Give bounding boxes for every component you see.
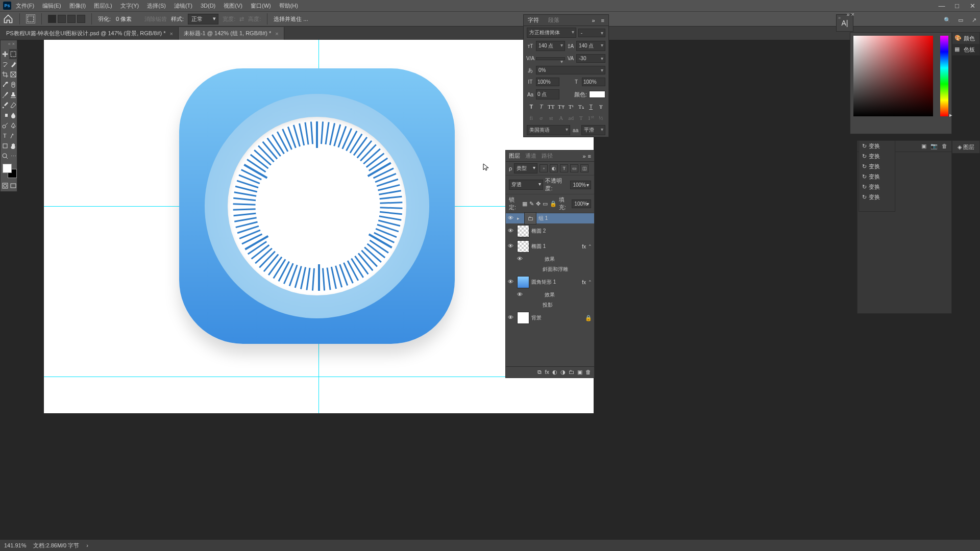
sel-new[interactable] [48, 15, 56, 23]
layer-effect[interactable]: 👁效果 [506, 254, 594, 264]
chevron-right-icon[interactable]: › [86, 542, 88, 548]
trash-icon[interactable]: 🗑 [585, 369, 591, 375]
layer-effect-bevel[interactable]: 斜面和浮雕 [506, 264, 594, 274]
subscript-button[interactable]: T₁ [577, 103, 586, 111]
marquee-tool-icon[interactable] [26, 14, 35, 23]
filter-type[interactable]: T [560, 164, 568, 172]
foreground-color[interactable] [3, 164, 12, 173]
leading[interactable]: 140 点 [576, 41, 605, 51]
search-icon[interactable]: ρ [509, 165, 512, 171]
dodge-tool[interactable] [1, 120, 9, 131]
visibility-icon[interactable]: 👁 [508, 215, 515, 222]
opentype-frac[interactable]: ½ [597, 114, 606, 122]
kerning[interactable] [536, 57, 565, 60]
doc-size[interactable]: 文档:2.86M/0 字节 [33, 542, 79, 549]
menu-filter[interactable]: 滤镜(T) [170, 1, 196, 11]
screenmode-tool[interactable] [9, 181, 17, 191]
layer-background[interactable]: 👁 背景 🔒 [506, 310, 594, 325]
window-close[interactable]: ✕ [965, 0, 980, 11]
layer-effect[interactable]: 👁效果 [506, 290, 594, 300]
opentype-1st[interactable]: 1ˢᵗ [586, 114, 596, 122]
style-select[interactable]: 正常 [188, 14, 218, 24]
collapse-icon[interactable]: » [582, 153, 585, 159]
group-icon[interactable]: 🗀 [569, 369, 574, 375]
select-and-mask[interactable]: 选择并遮住 ... [274, 15, 308, 23]
menu-edit[interactable]: 编辑(E) [39, 1, 65, 11]
stamp-tool[interactable] [9, 90, 17, 100]
menu-layer[interactable]: 图层(L) [90, 1, 115, 11]
menu-select[interactable]: 选择(S) [143, 1, 169, 11]
visibility-icon[interactable]: 👁 [517, 256, 524, 263]
filter-adj[interactable]: ◐ [550, 164, 558, 172]
scale[interactable]: 0% [536, 66, 605, 74]
menu-type[interactable]: 文字(Y) [117, 1, 143, 11]
visibility-icon[interactable]: 👁 [517, 291, 524, 298]
window-minimize[interactable]: — [934, 0, 949, 11]
color-swatches[interactable] [1, 162, 17, 180]
tab-layers[interactable]: 图层 [509, 152, 520, 160]
filter-smart[interactable]: ◫ [580, 164, 589, 172]
pen-tool[interactable] [9, 120, 17, 131]
adjust-icon[interactable]: ◑ [560, 369, 566, 375]
tracking[interactable]: -30 [576, 54, 605, 63]
fx-badge[interactable]: fx [582, 244, 586, 249]
history-item[interactable]: ↻变换 [859, 151, 895, 161]
close-icon[interactable]: × [12, 41, 15, 47]
baseline[interactable]: 0 点 [536, 89, 559, 99]
menu-help[interactable]: 帮助(H) [276, 1, 302, 11]
brush-tool[interactable] [1, 90, 9, 100]
font-select[interactable]: 方正粗倩简体 [527, 28, 576, 38]
tab-swatches[interactable]: ▦色板 [952, 44, 979, 55]
heal-tool[interactable] [9, 80, 17, 90]
opentype-fi[interactable]: fi [527, 114, 536, 122]
search-icon[interactable]: 🔍 [943, 16, 951, 24]
filter-kind[interactable]: 类型 [514, 163, 537, 173]
visibility-icon[interactable]: 👁 [508, 228, 515, 235]
layer-ellipse-2[interactable]: 👁 椭圆 2 [506, 223, 594, 239]
bold-button[interactable]: T [527, 103, 536, 111]
blur-tool[interactable] [9, 110, 17, 120]
workspace-icon[interactable]: ▭ [957, 16, 965, 24]
trash-icon[interactable]: 🗑 [942, 143, 947, 149]
lock-paint-icon[interactable]: ✎ [529, 201, 534, 207]
eyedropper-tool[interactable] [1, 80, 9, 90]
history-item[interactable]: ↻变换 [859, 141, 895, 151]
lang-select[interactable]: 美国英语 [527, 125, 570, 135]
smallcaps-button[interactable]: Tᴛ [557, 103, 566, 111]
layer-group-1[interactable]: 👁 ▸ 🗀 组 1 [506, 213, 594, 223]
gradient-tool[interactable] [1, 110, 9, 120]
close-icon[interactable]: × [170, 31, 173, 37]
feather-input[interactable]: 0 像素 [115, 14, 140, 24]
tab-layers-side[interactable]: ◈图层 [952, 141, 979, 153]
history-item[interactable]: ↻变换 [859, 161, 895, 171]
opacity-value[interactable]: 100% [570, 181, 591, 189]
history-item[interactable]: ↻变换 [859, 182, 895, 192]
sel-add[interactable] [58, 15, 66, 23]
vscale[interactable]: 100% [536, 78, 559, 86]
doc-tab-2[interactable]: 未标题-1 @ 142% (组 1, RGB/8#) *× [179, 27, 284, 40]
camera-icon[interactable]: 📷 [930, 143, 938, 149]
marquee-tool[interactable] [9, 49, 17, 59]
tab-channels[interactable]: 通道 [525, 152, 536, 160]
color-field[interactable] [853, 36, 933, 116]
share-icon[interactable]: ↗ [970, 16, 978, 24]
zoom-tool[interactable] [1, 151, 9, 161]
hscale[interactable]: 100% [582, 78, 605, 86]
lock-pos-icon[interactable]: ✥ [536, 201, 541, 207]
mask-icon[interactable]: ◐ [552, 369, 557, 375]
menu-image[interactable]: 图像(I) [66, 1, 89, 11]
blend-mode[interactable]: 穿透 [509, 180, 543, 190]
doc-tab-1[interactable]: PS教程UI篇-钟表创意UI图标设计.psd @ 147% (背景, RGB/8… [1, 27, 179, 40]
superscript-button[interactable]: T¹ [567, 103, 576, 111]
move-tool[interactable] [1, 49, 9, 59]
quickmask-tool[interactable] [1, 181, 9, 191]
sel-sub[interactable] [67, 15, 76, 23]
visibility-icon[interactable]: 👁 [508, 279, 515, 286]
opentype-o[interactable]: σ [537, 114, 546, 122]
more-tools[interactable]: ⋯ [9, 151, 17, 161]
snapshot-icon[interactable]: ▣ [921, 143, 926, 149]
lock-all-icon[interactable]: 🔒 [550, 201, 557, 207]
menu-view[interactable]: 视图(V) [220, 1, 246, 11]
history-brush-tool[interactable] [1, 100, 9, 110]
menu-file[interactable]: 文件(F) [12, 1, 38, 11]
